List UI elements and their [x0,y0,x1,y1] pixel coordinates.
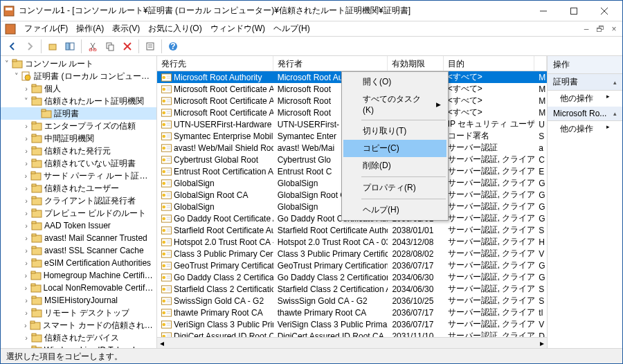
tree-item[interactable]: ›エンタープライズの信頼 [1,120,156,132]
twisty-icon[interactable]: › [21,271,30,280]
tree-panel[interactable]: ˅ コンソール ルート ˅ 証明書 (ローカル コンピューター) ›個人˅信頼さ… [1,56,157,348]
menu-item[interactable]: お気に入り(O) [144,22,206,35]
cell-issued-to: Class 3 Public Primary Certificati... [174,249,273,259]
show-hide-button[interactable] [62,39,78,54]
horizontal-scrollbar[interactable]: ◂ ▸ [157,337,547,348]
table-row[interactable]: Starfield Class 2 Certification A...Star… [157,283,547,295]
twisty-icon[interactable]: › [21,296,31,304]
col-extra[interactable] [534,56,547,71]
column-header[interactable]: 発行先 発行者 有効期限 目的 [157,56,547,71]
tree-item[interactable]: ›信頼されたデバイス [1,331,156,344]
table-row[interactable]: Class 3 Public Primary Certificati...Cla… [157,248,547,260]
twisty-icon[interactable]: › [21,246,31,255]
table-row[interactable]: Go Daddy Class 2 Certification A...Go Da… [157,271,547,283]
col-expiry[interactable]: 有効期限 [388,56,443,71]
col-issued-to[interactable]: 発行先 [157,56,273,71]
tree-item[interactable]: ›avast! Mail Scanner Trusted [1,232,156,244]
twisty-icon[interactable]: ˅ [12,72,21,81]
twisty-icon[interactable]: ˅ [2,60,12,69]
tree-item[interactable]: ›信頼されていない証明書 [1,157,156,170]
menu-item[interactable]: 操作(A) [72,22,108,35]
properties-button[interactable] [143,39,158,54]
menu-item[interactable]: 表示(V) [108,22,144,35]
twisty-icon[interactable]: › [21,259,31,267]
tree-item[interactable]: ˅信頼されたルート証明機関 [1,95,156,107]
context-menu[interactable]: 開く(O)すべてのタスク(K)▶切り取り(T)コピー(C)削除(D)プロパティ(… [341,71,449,221]
twisty-icon[interactable]: › [21,209,31,217]
twisty-icon[interactable]: › [21,147,31,155]
actions-other-1[interactable]: 他の操作 ▸ [548,91,622,107]
twisty-icon[interactable]: › [21,284,30,292]
collapse-icon[interactable]: ▴ [613,110,617,117]
back-button[interactable] [5,39,20,54]
col-issued-by[interactable]: 発行者 [273,56,388,71]
actions-section-cert[interactable]: 証明書▴ [548,74,622,91]
help-button[interactable]: ? [165,39,181,54]
tree-item[interactable]: ›Local NonRemovable Certificates [1,282,156,294]
maximize-button[interactable] [559,1,589,21]
table-row[interactable]: SwissSign Gold CA - G2SwissSign Gold CA … [157,295,547,307]
up-button[interactable] [45,39,60,54]
table-row[interactable]: Hotspot 2.0 Trust Root CA - 03Hotspot 2.… [157,236,547,248]
table-row[interactable]: thawte Primary Root CAthawte Primary Roo… [157,307,547,318]
delete-button[interactable] [120,39,135,54]
tree-item[interactable]: ›Homegroup Machine Certificates [1,269,156,282]
menu-item[interactable]: ヘルプ(H) [269,22,314,35]
twisty-icon[interactable]: › [21,172,30,180]
tree-item[interactable]: 証明書 [1,107,156,120]
tree-item[interactable]: ›プレビュー ビルドのルート [1,207,156,219]
context-menu-item[interactable]: 開く(O) [343,73,446,91]
table-row[interactable]: GeoTrust Primary Certification A...GeoTr… [157,260,547,271]
forward-button[interactable] [22,39,37,54]
tree-item[interactable]: ›スマート カードの信頼されたルート [1,319,156,331]
table-row[interactable]: VeriSign Class 3 Public Primary ...VeriS… [157,318,547,330]
context-menu-item[interactable]: すべてのタスク(K)▶ [343,91,446,118]
twisty-icon[interactable]: › [21,122,31,130]
scroll-right-icon[interactable]: ▸ [540,338,544,348]
context-menu-item[interactable]: コピー(C) [343,140,446,157]
twisty-icon[interactable]: › [21,234,31,242]
twisty-icon[interactable]: ˅ [21,97,31,106]
collapse-icon[interactable]: ▴ [613,79,617,86]
context-menu-item[interactable]: 切り取り(T) [343,122,446,140]
scroll-left-icon[interactable]: ◂ [160,338,164,348]
twisty-icon[interactable]: › [21,159,31,167]
twisty-icon[interactable]: › [21,321,30,329]
mdi-close-icon[interactable]: × [608,24,620,35]
twisty-icon[interactable]: › [21,221,31,230]
menu-item[interactable]: ファイル(F) [20,22,72,35]
context-menu-item[interactable]: プロパティ(R) [343,179,446,197]
minimize-button[interactable] [528,1,559,21]
mdi-restore-icon[interactable]: 🗗 [595,24,606,35]
cut-button[interactable] [85,39,100,54]
tree-item[interactable]: ›信頼された発行元 [1,145,156,157]
twisty-icon[interactable]: › [21,184,31,192]
tree-root[interactable]: ˅ コンソール ルート [1,57,156,70]
tree-item[interactable]: ›AAD Token Issuer [1,219,156,232]
context-menu-item[interactable]: 削除(D) [343,157,446,174]
col-purpose[interactable]: 目的 [444,56,535,71]
tree-item[interactable]: ›クライアント認証発行者 [1,194,156,207]
close-button[interactable] [589,1,620,21]
twisty-icon[interactable]: › [21,309,31,317]
tree-item[interactable]: ›eSIM Certification Authorities [1,257,156,269]
tree-item[interactable]: ›MSIEHistoryJournal [1,294,156,307]
twisty-icon[interactable]: › [21,134,31,143]
menu-item[interactable]: ウィンドウ(W) [206,22,269,35]
actions-section-selected[interactable]: Microsoft Ro...▴ [548,107,622,121]
tree-item[interactable]: ›サード パーティ ルート証明機関 [1,170,156,182]
tree-item[interactable]: ›avast! SSL Scanner Cache [1,244,156,257]
tree-item[interactable]: ›個人 [1,82,156,95]
actions-other-2[interactable]: 他の操作 ▸ [548,121,622,137]
tree-item[interactable]: ›リモート デスクトップ [1,307,156,319]
twisty-icon[interactable]: › [21,84,31,93]
twisty-icon[interactable]: › [21,197,31,205]
copy-button[interactable] [102,39,118,54]
tree-item[interactable]: ›中間証明機関 [1,132,156,145]
context-menu-item[interactable]: ヘルプ(H) [343,201,446,219]
table-row[interactable]: Starfield Root Certificate Auth...Starfi… [157,224,547,236]
twisty-icon[interactable]: › [21,334,31,342]
tree-cert-root[interactable]: ˅ 証明書 (ローカル コンピューター) [1,70,156,82]
mdi-minimize-icon[interactable]: – [581,24,592,35]
tree-item[interactable]: ›信頼されたユーザー [1,182,156,194]
